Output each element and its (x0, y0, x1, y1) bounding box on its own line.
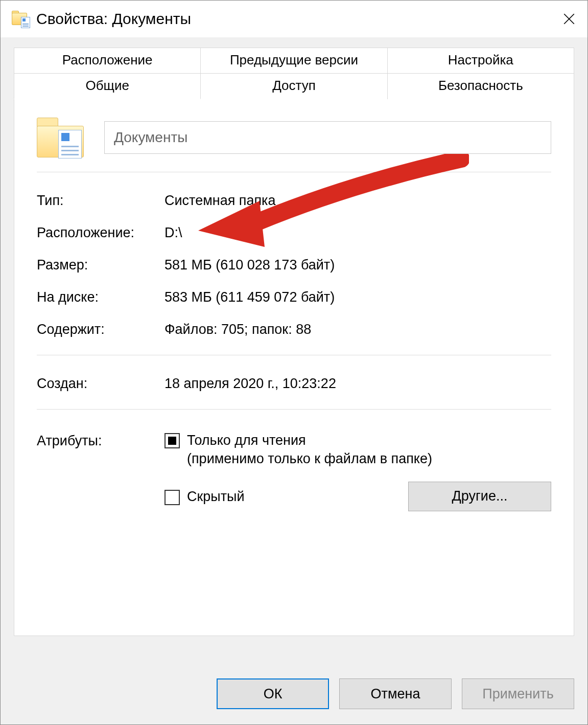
close-button[interactable] (551, 1, 587, 37)
folder-name-value: Документы (114, 129, 187, 146)
advanced-button[interactable]: Другие... (408, 482, 551, 511)
size-on-disk-label: На диске: (37, 289, 164, 305)
folder-name-input[interactable]: Документы (104, 121, 551, 154)
documents-folder-icon (12, 10, 30, 28)
general-panel: Документы Тип: Системная папка Расположе… (14, 99, 574, 636)
divider (37, 355, 551, 355)
tab-previous-versions[interactable]: Предыдущие версии (201, 48, 387, 74)
created-label: Создан: (37, 376, 164, 392)
close-icon (562, 12, 576, 26)
divider (37, 172, 551, 172)
size-value: 581 МБ (610 028 173 байт) (164, 257, 551, 273)
tab-general[interactable]: Общие (14, 74, 201, 99)
size-label: Размер: (37, 257, 164, 273)
readonly-checkbox[interactable] (164, 433, 180, 448)
attributes-label: Атрибуты: (37, 431, 164, 525)
divider (37, 409, 551, 410)
dialog-body: Расположение Предыдущие версии Настройка… (1, 37, 587, 665)
location-value: D:\ (164, 225, 551, 241)
properties-dialog: Свойства: Документы Расположение Предыду… (0, 0, 588, 725)
window-title: Свойства: Документы (36, 10, 191, 28)
readonly-label: Только для чтения (применимо только к фа… (187, 431, 432, 468)
title-bar: Свойства: Документы (1, 1, 587, 37)
cancel-button[interactable]: Отмена (339, 678, 452, 709)
tab-strip: Расположение Предыдущие версии Настройка… (14, 48, 574, 99)
apply-button[interactable]: Применить (462, 678, 574, 709)
tab-location[interactable]: Расположение (14, 48, 201, 74)
contains-value: Файлов: 705; папок: 88 (164, 322, 551, 337)
location-label: Расположение: (37, 225, 164, 241)
readonly-sublabel: (применимо только к файлам в папке) (187, 451, 432, 466)
size-on-disk-value: 583 МБ (611 459 072 байт) (164, 289, 551, 305)
ok-button[interactable]: ОК (217, 678, 329, 709)
dialog-footer: ОК Отмена Применить (1, 665, 587, 724)
hidden-checkbox[interactable] (164, 490, 180, 505)
folder-large-icon (37, 118, 84, 157)
tab-customize[interactable]: Настройка (388, 48, 574, 74)
type-label: Тип: (37, 193, 164, 209)
created-value: 18 апреля 2020 г., 10:23:22 (164, 376, 551, 392)
tab-sharing[interactable]: Доступ (201, 74, 387, 99)
tab-security[interactable]: Безопасность (388, 74, 574, 99)
type-value: Системная папка (164, 193, 551, 209)
hidden-label: Скрытый (187, 487, 245, 506)
contains-label: Содержит: (37, 322, 164, 337)
